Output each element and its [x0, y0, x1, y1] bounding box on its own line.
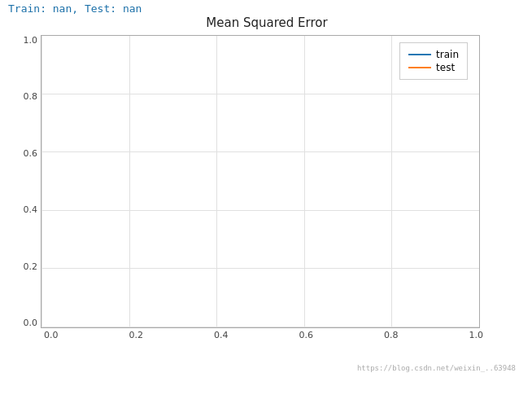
legend-line-train: [408, 54, 431, 55]
x-label-2: 0.4: [214, 330, 229, 340]
chart-area: 0.0 0.2 0.4 0.6 0.8 1.0: [15, 35, 519, 328]
y-label-3: 0.6: [24, 148, 38, 159]
y-label-4: 0.8: [24, 91, 38, 102]
legend-line-test: [408, 67, 431, 68]
chart-legend: train test: [399, 42, 468, 80]
grid-v-3: [304, 36, 305, 327]
grid-h-2: [41, 210, 479, 211]
x-axis-labels: 0.0 0.2 0.4 0.6 0.8 1.0: [44, 330, 483, 340]
grid-h-3: [41, 151, 479, 152]
plot-box: train test: [41, 35, 480, 328]
y-label-0: 0.0: [24, 318, 38, 328]
grid-h-0: [41, 327, 479, 327]
grid-v-4: [391, 36, 392, 327]
legend-label-train: train: [436, 49, 459, 60]
y-label-1: 0.2: [24, 261, 38, 272]
y-axis-labels: 0.0 0.2 0.4 0.6 0.8 1.0: [15, 35, 41, 328]
legend-item-test: test: [408, 62, 459, 73]
grid-v-2: [216, 36, 217, 327]
grid-v-5: [479, 36, 480, 327]
grid-h-5: [41, 35, 479, 36]
grid-v-0: [41, 36, 42, 327]
x-label-1: 0.2: [129, 330, 144, 340]
grid-h-4: [41, 94, 479, 94]
x-label-3: 0.6: [299, 330, 314, 340]
chart-title: Mean Squared Error: [15, 15, 519, 30]
legend-label-test: test: [436, 62, 455, 73]
x-label-4: 0.8: [384, 330, 399, 340]
grid-h-1: [41, 268, 479, 269]
y-label-2: 0.4: [24, 204, 38, 215]
grid-v-1: [129, 36, 130, 327]
watermark: https://blog.csdn.net/weixin_..63948: [357, 364, 516, 372]
y-label-5: 1.0: [24, 35, 38, 46]
header-bar: Train: nan, Test: nan: [0, 0, 532, 15]
x-label-5: 1.0: [469, 330, 484, 340]
x-label-0: 0.0: [44, 330, 59, 340]
chart-container: Mean Squared Error 0.0 0.2 0.4 0.6 0.8 1…: [15, 15, 519, 374]
legend-item-train: train: [408, 49, 459, 60]
